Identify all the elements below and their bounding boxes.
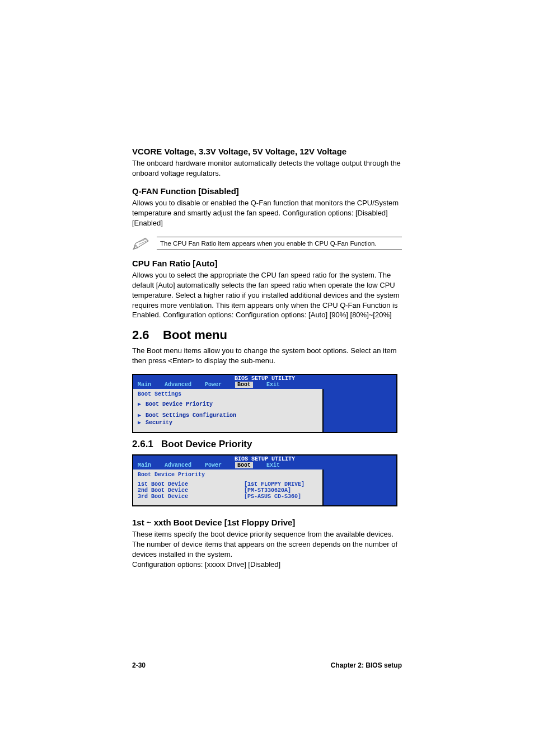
bios-screen-boot-settings: BIOS SETUP UTILITY Main Advanced Power B… bbox=[132, 374, 397, 433]
bios-row-3rd-boot: 3rd Boot Device [PS-ASUS CD-S360] bbox=[138, 494, 318, 500]
page-number: 2-30 bbox=[132, 661, 146, 669]
bios-row-2nd-boot: 2nd Boot Device [PM-ST330620A] bbox=[138, 487, 318, 494]
para-1st-xxth: These items specify the boot device prio… bbox=[132, 529, 402, 560]
bios-item-boot-settings-config: ▶ Boot Settings Configuration bbox=[138, 412, 318, 419]
bios-tab-power: Power bbox=[205, 382, 222, 388]
para-cpu-fan-ratio: Allows you to select the appropriate the… bbox=[132, 270, 402, 321]
heading-boot-device-priority: 2.6.1 Boot Device Priority bbox=[132, 439, 402, 450]
bios-title: BIOS SETUP UTILITY bbox=[133, 375, 396, 382]
triangle-right-icon: ▶ bbox=[138, 401, 141, 407]
bios-tab-power: Power bbox=[205, 462, 222, 468]
page-footer: 2-30 Chapter 2: BIOS setup bbox=[132, 661, 402, 669]
bios-item-boot-device-priority: ▶ Boot Device Priority bbox=[138, 401, 318, 407]
triangle-right-icon: ▶ bbox=[138, 419, 141, 426]
bios-tab-advanced: Advanced bbox=[165, 382, 191, 388]
bios-row-value: [1st FLOPPY DRIVE] bbox=[244, 481, 305, 487]
bios-item-label: Security bbox=[146, 420, 172, 426]
pencil-icon bbox=[132, 236, 151, 251]
para-qfan: Allows you to disable or enabled the Q-F… bbox=[132, 198, 402, 228]
heading-boot-menu: 2.6 Boot menu bbox=[132, 328, 402, 342]
bios-title: BIOS SETUP UTILITY bbox=[133, 456, 396, 462]
para-boot-menu: The Boot menu items allow you to change … bbox=[132, 346, 402, 366]
bios-tab-main: Main bbox=[138, 382, 151, 388]
bios-item-security: ▶ Security bbox=[138, 419, 318, 426]
heading-bdp-text: Boot Device Priority bbox=[161, 439, 252, 449]
bios-screen-boot-device-priority: BIOS SETUP UTILITY Main Advanced Power B… bbox=[132, 454, 397, 506]
para-1st-xxth-config: Configuration options: [xxxxx Drive] [Di… bbox=[132, 560, 402, 570]
bios-tabs: Main Advanced Power Boot Exit bbox=[133, 462, 396, 469]
triangle-right-icon: ▶ bbox=[138, 412, 141, 419]
heading-qfan: Q-FAN Function [Disabled] bbox=[132, 186, 402, 196]
para-vcore: The onboard hardware monitor automatical… bbox=[132, 158, 402, 179]
bios-item-label: Boot Device Priority bbox=[146, 401, 213, 407]
note-text: The CPU Fan Ratio item appears when you … bbox=[157, 237, 402, 250]
heading-vcore: VCORE Voltage, 3.3V Voltage, 5V Voltage,… bbox=[132, 147, 402, 156]
bios-item-label: Boot Settings Configuration bbox=[146, 412, 236, 419]
bios-row-key: 2nd Boot Device bbox=[138, 487, 244, 494]
bios-row-value: [PS-ASUS CD-S360] bbox=[244, 494, 301, 500]
chapter-label: Chapter 2: BIOS setup bbox=[331, 661, 402, 669]
heading-boot-num: 2.6 bbox=[132, 328, 149, 342]
note-block: The CPU Fan Ratio item appears when you … bbox=[132, 236, 402, 251]
bios-tab-exit: Exit bbox=[266, 382, 280, 388]
svg-line-0 bbox=[137, 239, 146, 242]
bios-row-1st-boot: 1st Boot Device [1st FLOPPY DRIVE] bbox=[138, 481, 318, 487]
heading-cpu-fan-ratio: CPU Fan Ratio [Auto] bbox=[132, 259, 402, 268]
heading-1st-xxth: 1st ~ xxth Boot Device [1st Floppy Drive… bbox=[132, 518, 402, 527]
bios-row-value: [PM-ST330620A] bbox=[244, 487, 291, 494]
bios-panel-title: Boot Settings bbox=[138, 391, 318, 397]
bios-row-key: 3rd Boot Device bbox=[138, 494, 244, 500]
bios-panel-title: Boot Device Priority bbox=[138, 472, 318, 478]
bios-tab-exit: Exit bbox=[266, 462, 280, 468]
bios-tab-main: Main bbox=[138, 462, 151, 468]
bios-tab-boot: Boot bbox=[235, 462, 253, 468]
bios-tab-advanced: Advanced bbox=[165, 462, 191, 468]
heading-boot-text: Boot menu bbox=[163, 328, 227, 342]
bios-tabs: Main Advanced Power Boot Exit bbox=[133, 382, 396, 389]
bios-tab-boot: Boot bbox=[235, 382, 253, 388]
bios-row-key: 1st Boot Device bbox=[138, 481, 244, 487]
heading-bdp-num: 2.6.1 bbox=[132, 439, 153, 449]
